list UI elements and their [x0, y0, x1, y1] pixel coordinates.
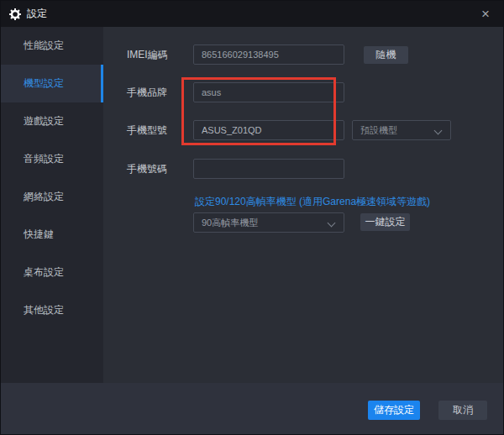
gear-icon — [9, 8, 21, 20]
brand-input[interactable] — [193, 82, 344, 102]
sidebar-item-audio[interactable]: 音頻設定 — [1, 140, 103, 178]
phone-number-label: 手機號碼 — [127, 159, 192, 179]
sidebar-item-hotkeys[interactable]: 快捷鍵 — [1, 216, 103, 254]
sidebar-item-performance[interactable]: 性能設定 — [1, 27, 103, 65]
chevron-down-icon — [434, 127, 443, 135]
window-title: 設定 — [27, 7, 47, 21]
cancel-button[interactable]: 取消 — [438, 401, 487, 420]
sidebar-item-label: 機型設定 — [24, 76, 64, 91]
fps-model-value: 90高幀率機型 — [202, 217, 258, 229]
model-input[interactable] — [193, 120, 344, 140]
sidebar-item-label: 其他設定 — [24, 303, 64, 317]
settings-window: 設定 × 性能設定 機型設定 遊戲設定 音頻設定 網絡設定 快捷鍵 桌布設定 其… — [0, 0, 504, 435]
sidebar-item-label: 網絡設定 — [24, 190, 64, 204]
one-click-apply-button[interactable]: 一鍵設定 — [360, 213, 410, 231]
sidebar-item-label: 遊戲設定 — [24, 114, 64, 128]
close-icon[interactable]: × — [473, 1, 498, 27]
sidebar-item-label: 快捷鍵 — [24, 228, 54, 242]
model-label: 手機型號 — [127, 120, 192, 140]
imei-random-button[interactable]: 隨機 — [364, 46, 408, 64]
sidebar-item-network[interactable]: 網絡設定 — [1, 178, 103, 216]
phone-number-input[interactable] — [193, 159, 344, 179]
save-settings-button[interactable]: 儲存設定 — [368, 401, 420, 420]
sidebar-item-other[interactable]: 其他設定 — [1, 291, 103, 329]
high-fps-link[interactable]: 設定90/120高幀率機型 (適用Garena極速領域等遊戲) — [195, 195, 430, 209]
imei-label: IMEI編碼 — [127, 45, 192, 65]
brand-label: 手機品牌 — [127, 82, 192, 102]
sidebar-item-label: 桌布設定 — [24, 265, 64, 280]
sidebar-item-game[interactable]: 遊戲設定 — [1, 102, 103, 140]
sidebar-item-device-model[interactable]: 機型設定 — [1, 65, 103, 102]
chevron-down-icon — [328, 219, 336, 228]
sidebar-item-label: 音頻設定 — [24, 152, 64, 166]
title-bar: 設定 × — [1, 1, 504, 27]
sidebar: 性能設定 機型設定 遊戲設定 音頻設定 網絡設定 快捷鍵 桌布設定 其他設定 — [1, 27, 103, 383]
footer-bar: 儲存設定 取消 — [1, 383, 504, 435]
preset-model-dropdown[interactable]: 預設機型 — [352, 120, 451, 140]
sidebar-item-wallpaper[interactable]: 桌布設定 — [1, 254, 103, 291]
imei-input[interactable] — [193, 45, 344, 65]
sidebar-item-label: 性能設定 — [24, 39, 64, 53]
fps-model-dropdown[interactable]: 90高幀率機型 — [193, 212, 344, 233]
preset-model-value: 預設機型 — [360, 124, 397, 137]
